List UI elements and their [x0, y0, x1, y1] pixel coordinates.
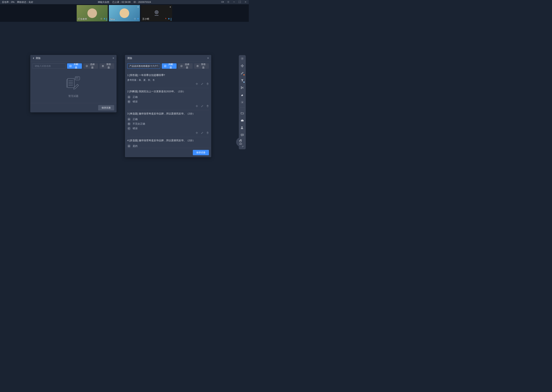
question-item: 3 [单选题] 施华洛世奇是反华品牌，所以梁鼎琪反华。（2分）A正确B不完全正确…	[127, 110, 209, 137]
choice-question-button[interactable]: 选择题	[83, 63, 98, 69]
loss-rate: 丢包率：0%	[2, 0, 14, 4]
signal-icon	[134, 17, 136, 21]
question-option[interactable]: B不完全正确	[127, 122, 209, 126]
choice-question-button[interactable]: 选择题	[178, 63, 193, 69]
short-answer-button[interactable]: 简答题	[100, 63, 114, 69]
empty-text: 暂无试题	[68, 94, 78, 98]
camera-icon[interactable]	[221, 0, 224, 4]
edit-icon[interactable]	[201, 105, 203, 108]
close-icon[interactable]: ×	[170, 6, 171, 8]
delete-icon[interactable]	[206, 132, 209, 135]
svg-point-36	[241, 86, 242, 87]
quiz-name-input[interactable]	[33, 63, 65, 69]
option-key: A	[127, 118, 131, 121]
gear-icon[interactable]	[227, 0, 230, 4]
question-option[interactable]: A是的	[127, 144, 209, 148]
lesson-id: ID：2020070324	[134, 0, 151, 4]
option-key: C	[127, 127, 131, 130]
question-option[interactable]: A正确	[127, 95, 209, 99]
move-icon[interactable]	[196, 132, 198, 135]
svg-point-9	[134, 18, 136, 20]
move-tool-icon[interactable]	[240, 64, 244, 68]
svg-point-29	[78, 78, 78, 78]
quiz-panel-list: 测验 × 判断题 选择题 简答题 1 [简答题] 一年四季分别是哪四季?参考答案…	[125, 55, 211, 157]
quiz-name-input[interactable]	[127, 63, 160, 69]
svg-point-38	[242, 102, 243, 103]
minimize-icon[interactable]	[233, 0, 235, 4]
elapsed-time: 已上课：02:34:09	[112, 0, 131, 4]
svg-rect-26	[75, 77, 80, 80]
move-icon[interactable]	[196, 83, 198, 86]
judge-question-button[interactable]: 判断题	[162, 63, 176, 69]
toolbox-tool-icon[interactable]	[240, 119, 244, 122]
text-tool-icon[interactable]	[240, 78, 244, 82]
mic-muted-icon	[165, 17, 167, 21]
short-answer-button[interactable]: 简答题	[194, 63, 209, 69]
close-icon[interactable]: ×	[138, 6, 139, 8]
save-quiz-button[interactable]: 保存试卷	[193, 150, 209, 155]
option-text: 是的	[133, 145, 138, 148]
pen-tool-icon[interactable]	[240, 71, 244, 75]
question-option[interactable]: A正确	[127, 117, 209, 122]
video-tile-name: 王小明	[142, 17, 149, 21]
lesson-title: 神秘大自然	[98, 0, 109, 4]
eraser-tool-icon[interactable]	[240, 93, 244, 97]
svg-rect-21	[67, 78, 74, 88]
quiz-panel-empty: 测验 × 判断题 选择题 简答题 暂无试题 保存试卷	[30, 55, 116, 112]
question-title: 3 [单选题] 施华洛世奇是反华品牌，所以梁鼎琪反华。（2分）	[127, 112, 209, 115]
option-text: 错误	[133, 127, 138, 130]
volume-bars-icon	[106, 18, 107, 21]
camera-off-icon	[153, 9, 160, 17]
raise-hand-badge[interactable]: 0/2	[236, 137, 245, 147]
svg-rect-32	[197, 65, 198, 67]
svg-point-5	[101, 18, 102, 19]
question-title: 2 [判断题] 我国宪法上一次更新是在2020年。（2分）	[127, 90, 209, 93]
svg-point-42	[241, 135, 242, 135]
edit-icon[interactable]	[201, 132, 203, 135]
panel-title: 测验	[127, 56, 132, 60]
video-tile-teacher[interactable]: 叮当老师	[77, 5, 108, 21]
svg-point-1	[228, 1, 229, 2]
move-icon[interactable]	[196, 105, 198, 108]
chat-tool-icon[interactable]	[240, 133, 244, 137]
mic-icon	[103, 17, 106, 21]
delete-icon[interactable]	[206, 105, 209, 108]
laser-tool-icon[interactable]	[240, 100, 244, 104]
mic-icon	[168, 17, 170, 21]
svg-point-28	[77, 78, 77, 78]
users-tool-icon[interactable]	[240, 126, 244, 130]
reference-answer: 参考答案：春、夏、秋、冬	[127, 78, 209, 82]
question-title: 4 [多选题] 施华洛世奇是反华品牌，所以梁鼎琪反华。（2分）	[127, 139, 209, 142]
panel-title: 测验	[36, 56, 41, 60]
option-text: 正确	[133, 118, 138, 121]
empty-illustration-icon	[65, 76, 82, 92]
edit-icon[interactable]	[201, 83, 203, 86]
svg-rect-13	[166, 18, 166, 19]
pointer-tool-icon[interactable]	[240, 57, 244, 61]
svg-point-8	[135, 18, 135, 19]
option-key: A	[127, 95, 131, 99]
option-text: 正确	[133, 96, 138, 99]
video-tile-student[interactable]: × 王小明	[141, 5, 172, 21]
option-text: 不完全正确	[133, 122, 145, 126]
fullscreen-icon[interactable]	[239, 0, 241, 4]
svg-point-35	[242, 58, 242, 59]
empty-state: 暂无试题	[30, 71, 116, 103]
svg-point-6	[101, 18, 102, 20]
folder-tool-icon[interactable]	[240, 111, 244, 115]
video-tile-name: Nina	[110, 18, 115, 21]
back-icon[interactable]	[33, 57, 35, 59]
svg-point-37	[241, 88, 242, 89]
close-window-icon[interactable]	[244, 0, 247, 4]
scissors-tool-icon[interactable]	[240, 86, 244, 90]
option-key: A	[127, 144, 131, 148]
delete-icon[interactable]	[206, 83, 209, 86]
save-quiz-button[interactable]: 保存试卷	[98, 105, 114, 111]
judge-question-button[interactable]: 判断题	[67, 63, 82, 69]
question-item: 1 [简答题] 一年四季分别是哪四季?参考答案：春、夏、秋、冬	[127, 72, 209, 88]
close-icon[interactable]: ×	[207, 56, 209, 60]
video-tile-student[interactable]: × Nina	[109, 5, 140, 21]
question-option[interactable]: C错误	[127, 126, 209, 131]
close-icon[interactable]: ×	[113, 56, 114, 60]
question-option[interactable]: B错误	[127, 99, 209, 104]
